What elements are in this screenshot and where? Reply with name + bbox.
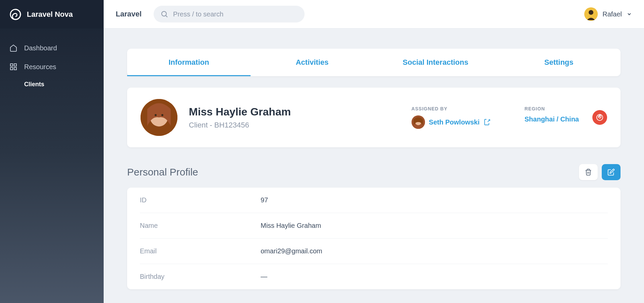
detail-row: Birthday —: [140, 264, 608, 289]
chevron-down-icon: [627, 11, 632, 17]
sidebar-item-resources[interactable]: Resources: [0, 57, 104, 76]
section-actions: [579, 164, 621, 180]
topbar-title: Laravel: [116, 10, 142, 18]
content: Information Activities Social Interactio…: [104, 29, 644, 303]
tab-social-interactions[interactable]: Social Interactions: [374, 49, 497, 76]
detail-row: Name Miss Haylie Graham: [140, 213, 608, 239]
assigned-by-block: Assigned By Seth Powlowski: [412, 106, 491, 129]
region-label: Region: [525, 106, 579, 111]
sidebar-subitem-label: Clients: [24, 81, 44, 88]
sidebar-item-label: Resources: [24, 63, 56, 71]
client-subtitle: Client - BH123456: [189, 121, 412, 130]
hot-badge[interactable]: [592, 110, 607, 125]
assigned-by-label: Assigned By: [412, 106, 491, 111]
section-header: Personal Profile: [127, 164, 621, 180]
user-name: Rafael: [602, 10, 622, 18]
region-value[interactable]: Shanghai / China: [525, 115, 579, 123]
edit-button[interactable]: [602, 164, 621, 180]
client-name: Miss Haylie Graham: [189, 106, 412, 118]
detail-label: Birthday: [140, 273, 261, 281]
trash-icon: [585, 168, 592, 176]
edit-icon: [607, 168, 615, 176]
sidebar-header: Laravel Nova: [0, 0, 104, 29]
svg-rect-3: [10, 67, 13, 70]
external-link-icon: [484, 118, 491, 126]
detail-value: 97: [261, 196, 268, 204]
fire-icon: [596, 113, 604, 121]
detail-value: —: [261, 273, 267, 281]
logo-icon: [9, 8, 21, 20]
detail-label: ID: [140, 196, 261, 204]
tab-information[interactable]: Information: [127, 49, 251, 76]
profile-main: Miss Haylie Graham Client - BH123456: [189, 106, 412, 130]
main: Laravel Rafael Information Activities So…: [104, 0, 644, 303]
detail-label: Email: [140, 247, 261, 255]
sidebar: Laravel Nova Dashboard Resources Clients: [0, 0, 104, 303]
search-wrap[interactable]: [154, 6, 305, 22]
detail-value: Miss Haylie Graham: [261, 222, 321, 230]
svg-rect-1: [10, 64, 13, 66]
svg-point-10: [155, 114, 157, 116]
sidebar-item-dashboard[interactable]: Dashboard: [0, 39, 104, 57]
detail-label: Name: [140, 222, 261, 230]
sidebar-subitem-clients[interactable]: Clients: [0, 76, 104, 93]
detail-row: ID 97: [140, 188, 608, 213]
client-avatar: [141, 99, 177, 136]
tab-settings[interactable]: Settings: [497, 49, 621, 76]
topbar: Laravel Rafael: [104, 0, 644, 29]
tab-activities[interactable]: Activities: [251, 49, 374, 76]
svg-rect-2: [14, 64, 16, 66]
user-avatar: [584, 7, 598, 21]
svg-point-5: [162, 11, 166, 16]
detail-row: Email omari29@gmail.com: [140, 239, 608, 264]
assigned-by-value[interactable]: Seth Powlowski: [412, 115, 491, 129]
search-input[interactable]: [173, 10, 298, 18]
sidebar-nav: Dashboard Resources Clients: [0, 29, 104, 103]
tabs: Information Activities Social Interactio…: [127, 49, 621, 76]
details-card: ID 97 Name Miss Haylie Graham Email omar…: [127, 188, 621, 289]
svg-point-11: [161, 114, 163, 116]
svg-point-7: [589, 10, 593, 15]
home-icon: [9, 44, 17, 52]
profile-card: Miss Haylie Graham Client - BH123456 Ass…: [127, 88, 621, 147]
app-name: Laravel Nova: [27, 10, 73, 19]
delete-button[interactable]: [579, 164, 598, 180]
grid-icon: [9, 63, 17, 71]
user-menu[interactable]: Rafael: [584, 7, 632, 21]
sidebar-item-label: Dashboard: [24, 44, 57, 52]
region-block: Region Shanghai / China: [525, 106, 579, 123]
search-icon: [160, 10, 168, 18]
assigner-avatar: [412, 115, 425, 129]
profile-meta: Assigned By Seth Powlowski Region Sha: [412, 106, 579, 129]
detail-value: omari29@gmail.com: [261, 247, 322, 255]
section-title: Personal Profile: [127, 166, 198, 178]
svg-rect-4: [14, 67, 16, 70]
